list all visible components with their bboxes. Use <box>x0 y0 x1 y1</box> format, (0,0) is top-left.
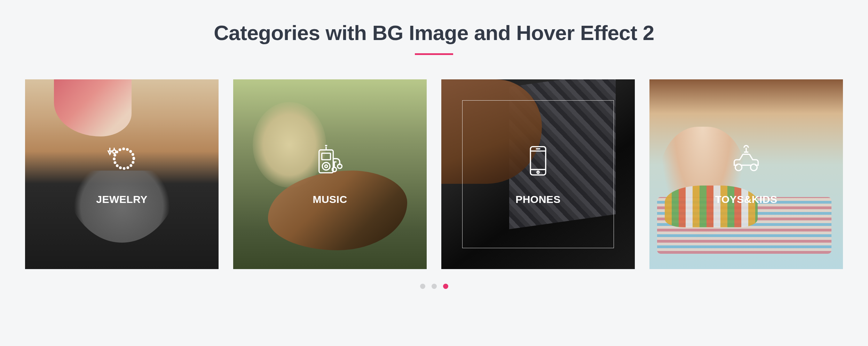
card-label: MUSIC <box>313 194 347 205</box>
smartphone-icon <box>521 143 555 180</box>
category-card-phones[interactable]: PHONES <box>441 79 635 269</box>
category-card-music[interactable]: MUSIC <box>233 79 427 269</box>
svg-point-4 <box>322 162 330 170</box>
carousel-dot-3[interactable] <box>443 284 448 289</box>
category-cards: JEWELRY <box>25 79 843 269</box>
section-title: Categories with BG Image and Hover Effec… <box>25 21 843 45</box>
svg-point-13 <box>735 164 742 171</box>
card-label: TOYS&KIDS <box>715 194 778 205</box>
title-underline <box>415 53 453 55</box>
svg-point-14 <box>750 164 757 171</box>
carousel-dot-1[interactable] <box>420 284 425 289</box>
svg-rect-3 <box>322 153 331 160</box>
mp3-player-icon <box>313 143 347 180</box>
carousel-dot-2[interactable] <box>432 284 437 289</box>
carousel-pagination <box>25 284 843 289</box>
card-label: JEWELRY <box>96 194 147 205</box>
svg-point-1 <box>114 149 134 168</box>
toy-car-icon <box>729 143 764 180</box>
category-card-toys[interactable]: TOYS&KIDS <box>649 79 843 269</box>
card-label: PHONES <box>515 194 561 205</box>
category-card-jewelry[interactable]: JEWELRY <box>25 79 219 269</box>
svg-point-11 <box>537 171 539 173</box>
svg-point-5 <box>325 165 328 167</box>
necklace-icon <box>104 143 139 180</box>
